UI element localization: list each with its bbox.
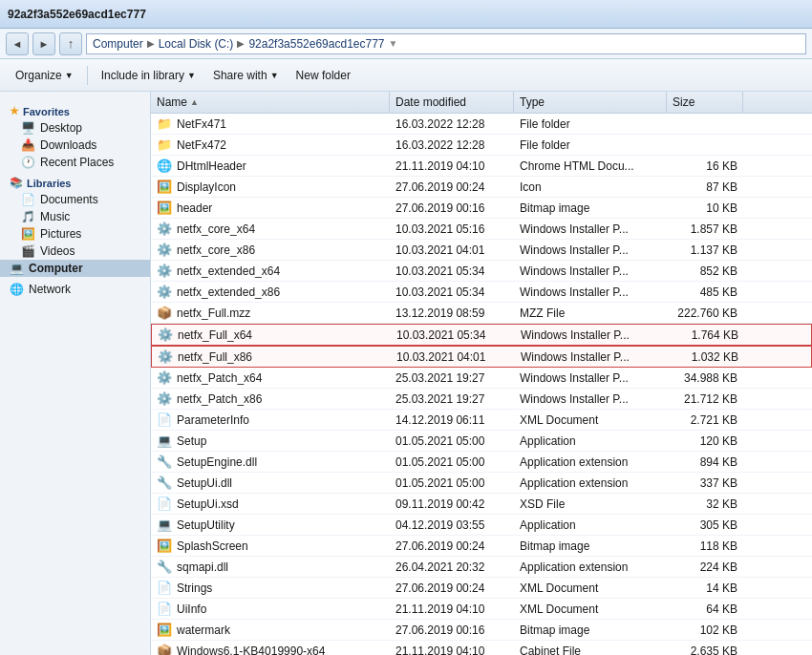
table-row[interactable]: 💻 Setup 01.05.2021 05:00 Application 120… xyxy=(151,431,812,452)
file-type: Bitmap image xyxy=(520,201,589,215)
file-size-cell: 485 KB xyxy=(667,282,743,302)
share-chevron: ▼ xyxy=(270,71,279,80)
sidebar-libraries-header[interactable]: 📚 Libraries xyxy=(0,171,150,191)
sidebar-item-documents[interactable]: 📄 Documents xyxy=(0,191,150,208)
table-row[interactable]: ⚙️ netfx_Patch_x64 25.03.2021 19:27 Wind… xyxy=(151,368,812,389)
table-row[interactable]: 📄 ParameterInfo 14.12.2019 06:11 XML Doc… xyxy=(151,410,812,431)
table-row[interactable]: 🌐 DHtmlHeader 21.11.2019 04:10 Chrome HT… xyxy=(151,156,812,177)
sidebar-item-desktop-label: Desktop xyxy=(40,121,82,135)
breadcrumb-sep-2: ▶ xyxy=(237,38,245,49)
up-button[interactable]: ↑ xyxy=(59,32,82,55)
sidebar-item-videos[interactable]: 🎬 Videos xyxy=(0,243,150,260)
file-date-cell: 16.03.2022 12:28 xyxy=(390,114,514,134)
file-name-cell: 💻 SetupUtility xyxy=(151,515,390,535)
sidebar-item-music[interactable]: 🎵 Music xyxy=(0,208,150,225)
file-name: NetFx471 xyxy=(177,117,226,131)
table-row[interactable]: 🖼️ DisplayIcon 27.06.2019 00:24 Icon 87 … xyxy=(151,177,812,198)
table-row[interactable]: 📄 SetupUi.xsd 09.11.2019 00:42 XSD File … xyxy=(151,494,812,515)
column-date[interactable]: Date modified xyxy=(390,92,514,113)
file-type-cell: Bitmap image xyxy=(514,536,667,556)
sidebar-item-pictures[interactable]: 🖼️ Pictures xyxy=(0,225,150,243)
file-extra-cell xyxy=(743,620,812,640)
organize-button[interactable]: Organize ▼ xyxy=(8,63,81,88)
file-size-cell: 21.712 KB xyxy=(667,389,743,409)
file-type-icon: 💻 xyxy=(157,518,172,532)
share-with-button[interactable]: Share with ▼ xyxy=(205,63,287,88)
file-date-cell: 27.06.2019 00:24 xyxy=(390,536,514,556)
file-size: 87 KB xyxy=(706,180,737,194)
table-row[interactable]: ⚙️ netfx_Full_x86 10.03.2021 04:01 Windo… xyxy=(151,346,812,368)
new-folder-button[interactable]: New folder xyxy=(288,63,358,88)
table-row[interactable]: ⚙️ netfx_Full_x64 10.03.2021 05:34 Windo… xyxy=(151,324,812,346)
column-size[interactable]: Size xyxy=(667,92,743,113)
table-row[interactable]: 📁 NetFx472 16.03.2022 12:28 File folder xyxy=(151,135,812,156)
file-size-cell xyxy=(667,135,743,155)
favorites-star-icon: ★ xyxy=(10,105,19,117)
organize-label: Organize xyxy=(15,69,62,82)
file-size-cell: 305 KB xyxy=(667,515,743,535)
file-name: Windows6.1-KB4019990-x64 xyxy=(177,644,325,656)
sidebar: ★ Favorites 🖥️ Desktop 📥 Downloads 🕐 Rec… xyxy=(0,92,151,655)
file-extra-cell xyxy=(743,261,812,281)
file-name: netfx_extended_x64 xyxy=(177,264,280,278)
include-in-library-button[interactable]: Include in library ▼ xyxy=(94,63,203,88)
back-button[interactable]: ◄ xyxy=(6,32,29,55)
table-row[interactable]: 🔧 SetupUi.dll 01.05.2021 05:00 Applicati… xyxy=(151,473,812,494)
table-row[interactable]: 💻 SetupUtility 04.12.2019 03:55 Applicat… xyxy=(151,515,812,536)
file-type-icon: ⚙️ xyxy=(157,264,172,278)
file-type: Application extension xyxy=(520,560,628,574)
main-area: ★ Favorites 🖥️ Desktop 📥 Downloads 🕐 Rec… xyxy=(0,92,812,655)
table-row[interactable]: ⚙️ netfx_extended_x64 10.03.2021 05:34 W… xyxy=(151,261,812,282)
file-name: netfx_Patch_x86 xyxy=(177,392,262,406)
file-type-cell: Bitmap image xyxy=(514,620,667,640)
file-type-cell: Windows Installer P... xyxy=(514,389,667,409)
table-row[interactable]: ⚙️ netfx_extended_x86 10.03.2021 05:34 W… xyxy=(151,282,812,303)
breadcrumb-folder[interactable]: 92a2f3a552e69acd1ec777 xyxy=(248,37,384,51)
address-path[interactable]: Computer ▶ Local Disk (C:) ▶ 92a2f3a552e… xyxy=(86,33,806,54)
breadcrumb-localdisk[interactable]: Local Disk (C:) xyxy=(159,37,234,51)
column-name[interactable]: Name ▲ xyxy=(151,92,390,113)
forward-button[interactable]: ► xyxy=(32,32,55,55)
file-name-cell: 🖼️ watermark xyxy=(151,620,390,640)
table-row[interactable]: 📁 NetFx471 16.03.2022 12:28 File folder xyxy=(151,114,812,135)
file-date-cell: 01.05.2021 05:00 xyxy=(390,452,514,472)
file-type-icon: 📁 xyxy=(157,137,172,152)
pictures-icon: 🖼️ xyxy=(21,227,35,241)
file-extra-cell xyxy=(743,452,812,472)
file-list[interactable]: Name ▲ Date modified Type Size 📁 NetFx47… xyxy=(151,92,812,655)
table-row[interactable]: 📦 netfx_Full.mzz 13.12.2019 08:59 MZZ Fi… xyxy=(151,303,812,324)
table-row[interactable]: 📦 Windows6.1-KB4019990-x64 21.11.2019 04… xyxy=(151,641,812,655)
table-row[interactable]: 📄 Strings 27.06.2019 00:24 XML Document … xyxy=(151,578,812,599)
table-row[interactable]: 📄 UiInfo 21.11.2019 04:10 XML Document 6… xyxy=(151,599,812,620)
file-date-cell: 10.03.2021 04:01 xyxy=(391,347,515,367)
column-type[interactable]: Type xyxy=(514,92,667,113)
table-row[interactable]: 🖼️ header 27.06.2019 00:16 Bitmap image … xyxy=(151,198,812,219)
file-name-cell: 🖼️ DisplayIcon xyxy=(151,177,390,197)
sidebar-item-network[interactable]: 🌐 Network xyxy=(0,281,150,298)
sidebar-item-downloads[interactable]: 📥 Downloads xyxy=(0,137,150,154)
table-row[interactable]: ⚙️ netfx_Patch_x86 25.03.2021 19:27 Wind… xyxy=(151,389,812,410)
address-bar: ◄ ► ↑ Computer ▶ Local Disk (C:) ▶ 92a2f… xyxy=(0,29,812,59)
table-row[interactable]: 🔧 SetupEngine.dll 01.05.2021 05:00 Appli… xyxy=(151,452,812,473)
sidebar-favorites-header[interactable]: ★ Favorites xyxy=(0,99,150,119)
file-type: Application extension xyxy=(520,455,628,469)
table-row[interactable]: 🔧 sqmapi.dll 26.04.2021 20:32 Applicatio… xyxy=(151,557,812,578)
sidebar-item-computer[interactable]: 💻 Computer xyxy=(0,260,150,277)
table-row[interactable]: ⚙️ netfx_core_x86 10.03.2021 04:01 Windo… xyxy=(151,240,812,261)
table-row[interactable]: ⚙️ netfx_core_x64 10.03.2021 05:16 Windo… xyxy=(151,219,812,240)
file-list-header: Name ▲ Date modified Type Size xyxy=(151,92,812,114)
file-date-cell: 09.11.2019 00:42 xyxy=(390,494,514,514)
file-name-cell: 📦 netfx_Full.mzz xyxy=(151,303,390,323)
breadcrumb-computer[interactable]: Computer xyxy=(93,37,143,51)
table-row[interactable]: 🖼️ watermark 27.06.2019 00:16 Bitmap ima… xyxy=(151,620,812,641)
file-date: 26.04.2021 20:32 xyxy=(395,560,484,574)
file-date: 21.11.2019 04:10 xyxy=(395,602,484,616)
network-icon: 🌐 xyxy=(10,283,24,296)
file-date-cell: 01.05.2021 05:00 xyxy=(390,473,514,493)
sidebar-item-pictures-label: Pictures xyxy=(40,227,81,241)
file-type-cell: Application extension xyxy=(514,557,667,577)
table-row[interactable]: 🖼️ SplashScreen 27.06.2019 00:24 Bitmap … xyxy=(151,536,812,557)
sidebar-item-recent-places[interactable]: 🕐 Recent Places xyxy=(0,154,150,171)
sidebar-item-desktop[interactable]: 🖥️ Desktop xyxy=(0,119,150,137)
file-type-cell: Windows Installer P... xyxy=(515,325,668,345)
